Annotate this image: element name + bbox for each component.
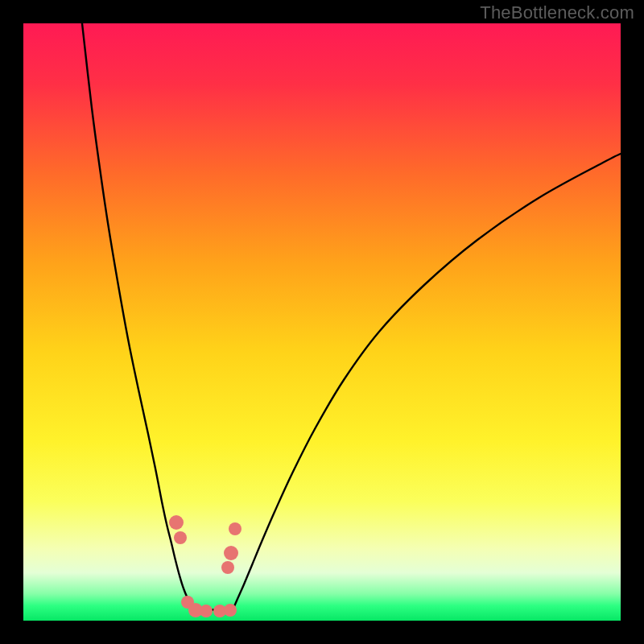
- watermark-label: TheBottleneck.com: [480, 2, 634, 23]
- data-point-9: [224, 604, 237, 617]
- chart-svg: [23, 23, 621, 621]
- data-point-7: [200, 605, 213, 617]
- data-point-1: [174, 531, 187, 544]
- chart-frame: TheBottleneck.com: [0, 0, 644, 644]
- data-point-3: [224, 546, 238, 560]
- data-point-4: [221, 561, 234, 574]
- data-point-0: [169, 515, 184, 530]
- plot-area: [23, 23, 621, 621]
- gradient-background: [23, 23, 621, 621]
- data-point-2: [229, 522, 242, 535]
